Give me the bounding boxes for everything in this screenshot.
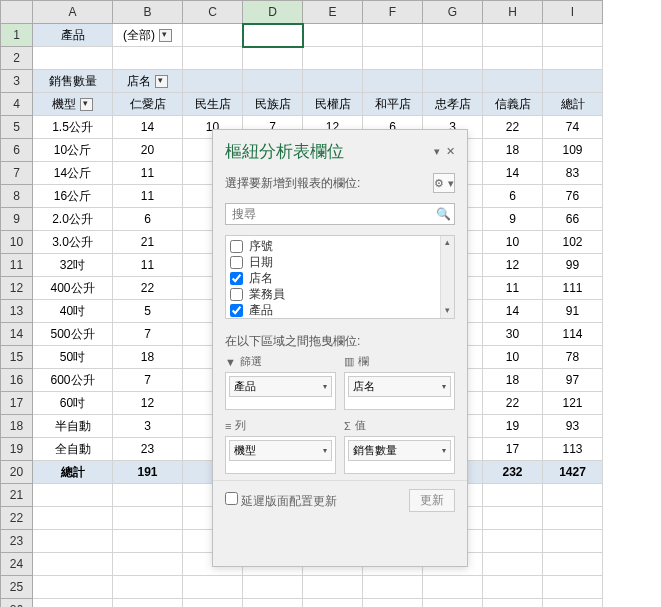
cell-I2[interactable] — [543, 47, 603, 70]
row-header-4[interactable]: 4 — [1, 93, 33, 116]
row-header-8[interactable]: 8 — [1, 185, 33, 208]
cell-G3[interactable] — [423, 70, 483, 93]
cell-A15[interactable]: 50吋 — [33, 346, 113, 369]
cell-H2[interactable] — [483, 47, 543, 70]
cell-B11[interactable]: 11 — [113, 254, 183, 277]
row-header-20[interactable]: 20 — [1, 461, 33, 484]
cell-I21[interactable] — [543, 484, 603, 507]
search-icon[interactable]: 🔍 — [432, 204, 454, 224]
cell-B9[interactable]: 6 — [113, 208, 183, 231]
cell-A17[interactable]: 60吋 — [33, 392, 113, 415]
cell-B5[interactable]: 14 — [113, 116, 183, 139]
field-checkbox[interactable] — [230, 240, 243, 253]
cell-A4[interactable]: 機型 — [33, 93, 113, 116]
cell-D1[interactable] — [243, 24, 303, 47]
cell-B15[interactable]: 18 — [113, 346, 183, 369]
row-header-15[interactable]: 15 — [1, 346, 33, 369]
cell-A20[interactable]: 總計 — [33, 461, 113, 484]
cell-F25[interactable] — [363, 576, 423, 599]
cell-B26[interactable] — [113, 599, 183, 608]
cell-I6[interactable]: 109 — [543, 139, 603, 162]
cell-C1[interactable] — [183, 24, 243, 47]
filter-area[interactable]: ▼篩選 產品▾ — [225, 354, 336, 410]
pane-menu-icon[interactable]: ▾ — [434, 145, 440, 158]
update-button[interactable]: 更新 — [409, 489, 455, 512]
cell-I1[interactable] — [543, 24, 603, 47]
cell-C3[interactable] — [183, 70, 243, 93]
cell-A5[interactable]: 1.5公升 — [33, 116, 113, 139]
row-header-16[interactable]: 16 — [1, 369, 33, 392]
cell-I15[interactable]: 78 — [543, 346, 603, 369]
cell-I12[interactable]: 111 — [543, 277, 603, 300]
field-checkbox[interactable] — [230, 272, 243, 285]
cell-I25[interactable] — [543, 576, 603, 599]
cell-B17[interactable]: 12 — [113, 392, 183, 415]
row-header-22[interactable]: 22 — [1, 507, 33, 530]
cell-A25[interactable] — [33, 576, 113, 599]
field-list-scrollbar[interactable]: ▴ ▾ — [440, 236, 454, 318]
cell-A21[interactable] — [33, 484, 113, 507]
cell-H15[interactable]: 10 — [483, 346, 543, 369]
cell-I7[interactable]: 83 — [543, 162, 603, 185]
row-header-3[interactable]: 3 — [1, 70, 33, 93]
cell-H5[interactable]: 22 — [483, 116, 543, 139]
field-checkbox[interactable] — [230, 304, 243, 317]
cell-I3[interactable] — [543, 70, 603, 93]
row-header-23[interactable]: 23 — [1, 530, 33, 553]
cell-C4[interactable]: 民生店 — [183, 93, 243, 116]
cell-A9[interactable]: 2.0公升 — [33, 208, 113, 231]
cell-I24[interactable] — [543, 553, 603, 576]
values-area[interactable]: Σ值 銷售數量▾ — [344, 418, 455, 474]
field-row-1[interactable]: 日期 — [230, 254, 450, 270]
values-area-item[interactable]: 銷售數量▾ — [348, 440, 451, 461]
cell-B7[interactable]: 11 — [113, 162, 183, 185]
cell-A26[interactable] — [33, 599, 113, 608]
field-checkbox[interactable] — [230, 256, 243, 269]
row-header-10[interactable]: 10 — [1, 231, 33, 254]
row-header-18[interactable]: 18 — [1, 415, 33, 438]
columns-area-item[interactable]: 店名▾ — [348, 376, 451, 397]
defer-layout-checkbox[interactable]: 延遲版面配置更新 — [225, 492, 337, 510]
scroll-down-icon[interactable]: ▾ — [441, 304, 454, 318]
cell-H10[interactable]: 10 — [483, 231, 543, 254]
row-header-11[interactable]: 11 — [1, 254, 33, 277]
row-header-13[interactable]: 13 — [1, 300, 33, 323]
cell-A22[interactable] — [33, 507, 113, 530]
cell-I17[interactable]: 121 — [543, 392, 603, 415]
cell-B1[interactable]: (全部) — [113, 24, 183, 47]
cell-B13[interactable]: 5 — [113, 300, 183, 323]
cell-A6[interactable]: 10公斤 — [33, 139, 113, 162]
col-header-B[interactable]: B — [113, 1, 183, 24]
row-header-5[interactable]: 5 — [1, 116, 33, 139]
cell-H1[interactable] — [483, 24, 543, 47]
cell-E2[interactable] — [303, 47, 363, 70]
cell-B14[interactable]: 7 — [113, 323, 183, 346]
cell-B3[interactable]: 店名 — [113, 70, 183, 93]
row-header-9[interactable]: 9 — [1, 208, 33, 231]
cell-I9[interactable]: 66 — [543, 208, 603, 231]
cell-B6[interactable]: 20 — [113, 139, 183, 162]
cell-E1[interactable] — [303, 24, 363, 47]
cell-H14[interactable]: 30 — [483, 323, 543, 346]
columns-area[interactable]: ▥欄 店名▾ — [344, 354, 455, 410]
cell-H13[interactable]: 14 — [483, 300, 543, 323]
cell-D25[interactable] — [243, 576, 303, 599]
cell-F3[interactable] — [363, 70, 423, 93]
cell-H7[interactable]: 14 — [483, 162, 543, 185]
rows-area[interactable]: ≡列 機型▾ — [225, 418, 336, 474]
cell-C25[interactable] — [183, 576, 243, 599]
cell-H21[interactable] — [483, 484, 543, 507]
cell-H17[interactable]: 22 — [483, 392, 543, 415]
row-header-25[interactable]: 25 — [1, 576, 33, 599]
dropdown-icon[interactable] — [155, 75, 168, 88]
cell-B22[interactable] — [113, 507, 183, 530]
row-header-14[interactable]: 14 — [1, 323, 33, 346]
cell-E3[interactable] — [303, 70, 363, 93]
cell-I23[interactable] — [543, 530, 603, 553]
cell-A24[interactable] — [33, 553, 113, 576]
cell-D2[interactable] — [243, 47, 303, 70]
row-header-12[interactable]: 12 — [1, 277, 33, 300]
field-row-0[interactable]: 序號 — [230, 238, 450, 254]
cell-F2[interactable] — [363, 47, 423, 70]
search-input[interactable] — [226, 204, 432, 224]
